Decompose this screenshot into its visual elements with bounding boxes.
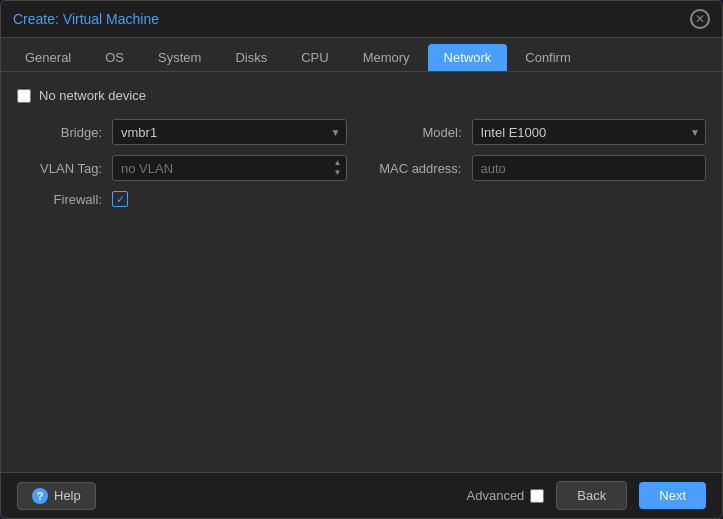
- titlebar: Create: Virtual Machine ✕: [1, 1, 722, 38]
- no-network-label: No network device: [39, 88, 146, 103]
- model-select-wrapper: Intel E1000 ▼: [472, 119, 707, 145]
- vlan-spinner-arrows: ▲ ▼: [331, 155, 345, 181]
- window-title: Create: Virtual Machine: [13, 11, 159, 27]
- mac-row: MAC address:: [377, 155, 707, 181]
- vlan-label: VLAN Tag:: [17, 161, 102, 176]
- footer-left: ? Help: [17, 482, 96, 510]
- mac-input[interactable]: [472, 155, 707, 181]
- tab-network[interactable]: Network: [428, 44, 508, 71]
- vlan-row: VLAN Tag: ▲ ▼: [17, 155, 347, 181]
- footer: ? Help Advanced Back Next: [1, 472, 722, 518]
- mac-label: MAC address:: [377, 161, 462, 176]
- vlan-spinner-wrapper: ▲ ▼: [112, 155, 347, 181]
- bridge-select[interactable]: vmbr1: [112, 119, 347, 145]
- firewall-row: Firewall: ✓: [17, 191, 347, 207]
- no-network-checkbox[interactable]: [17, 89, 31, 103]
- left-column: Bridge: vmbr1 ▼ VLAN Tag: ▲: [17, 119, 347, 207]
- tab-cpu[interactable]: CPU: [285, 44, 344, 71]
- tab-bar: General OS System Disks CPU Memory Netwo…: [1, 38, 722, 72]
- vlan-down-icon[interactable]: ▼: [331, 168, 345, 178]
- right-column: Model: Intel E1000 ▼ MAC address:: [377, 119, 707, 207]
- help-icon: ?: [32, 488, 48, 504]
- tab-general[interactable]: General: [9, 44, 87, 71]
- no-network-row: No network device: [17, 88, 706, 103]
- tab-memory[interactable]: Memory: [347, 44, 426, 71]
- vlan-up-icon[interactable]: ▲: [331, 158, 345, 168]
- help-label: Help: [54, 488, 81, 503]
- advanced-checkbox[interactable]: [530, 489, 544, 503]
- bridge-row: Bridge: vmbr1 ▼: [17, 119, 347, 145]
- close-button[interactable]: ✕: [690, 9, 710, 29]
- help-button[interactable]: ? Help: [17, 482, 96, 510]
- firewall-label: Firewall:: [17, 192, 102, 207]
- next-button[interactable]: Next: [639, 482, 706, 509]
- vlan-input[interactable]: [112, 155, 347, 181]
- bridge-label: Bridge:: [17, 125, 102, 140]
- back-button[interactable]: Back: [556, 481, 627, 510]
- model-row: Model: Intel E1000 ▼: [377, 119, 707, 145]
- model-select[interactable]: Intel E1000: [472, 119, 707, 145]
- model-label: Model:: [377, 125, 462, 140]
- tab-confirm[interactable]: Confirm: [509, 44, 587, 71]
- bridge-select-wrapper: vmbr1 ▼: [112, 119, 347, 145]
- tab-os[interactable]: OS: [89, 44, 140, 71]
- advanced-label: Advanced: [467, 488, 525, 503]
- tab-system[interactable]: System: [142, 44, 217, 71]
- advanced-row: Advanced: [467, 488, 545, 503]
- virtual-machine-dialog: Create: Virtual Machine ✕ General OS Sys…: [0, 0, 723, 519]
- network-form: Bridge: vmbr1 ▼ VLAN Tag: ▲: [17, 119, 706, 207]
- tab-disks[interactable]: Disks: [219, 44, 283, 71]
- firewall-checkbox[interactable]: ✓: [112, 191, 128, 207]
- content-area: No network device Bridge: vmbr1 ▼: [1, 72, 722, 472]
- footer-right: Advanced Back Next: [467, 481, 706, 510]
